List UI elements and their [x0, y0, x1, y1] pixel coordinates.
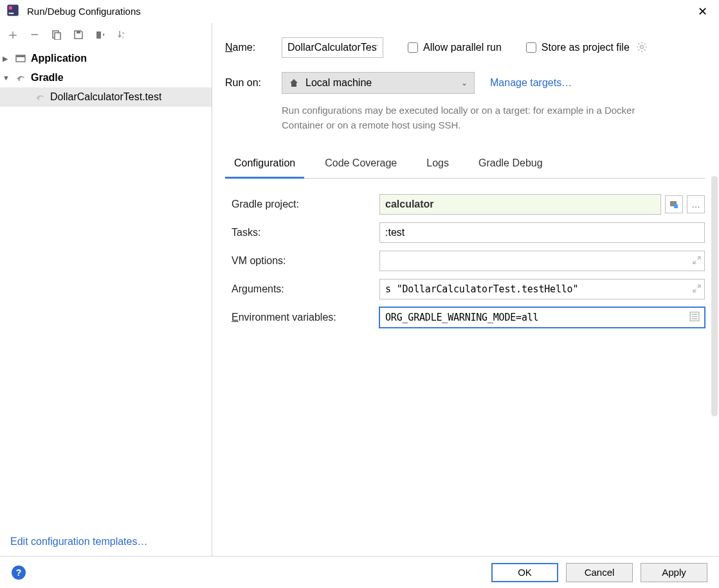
gradle-project-label: Gradle project: [225, 199, 379, 210]
allow-parallel-checkbox[interactable]: Allow parallel run [408, 42, 502, 53]
svg-text:a: a [122, 31, 125, 35]
store-checkbox[interactable]: Store as project file [526, 42, 630, 53]
sort-config-button[interactable]: az [116, 28, 129, 41]
tasks-input[interactable] [379, 222, 705, 243]
arguments-row: Arguments: [225, 275, 705, 303]
name-row: Name: Allow parallel run Store as projec… [225, 37, 705, 58]
env-vars-input[interactable] [379, 307, 705, 328]
remove-config-button[interactable]: − [28, 28, 41, 41]
runon-value: Local machine [305, 77, 372, 89]
env-vars-label: Environment variables: [225, 312, 379, 323]
help-button[interactable]: ? [12, 566, 26, 580]
runon-hint: Run configurations may be executed local… [282, 103, 668, 133]
apply-button[interactable]: Apply [641, 563, 707, 582]
cancel-button[interactable]: Cancel [566, 563, 633, 582]
tree-node-gradle[interactable]: ▼ Gradle [0, 68, 212, 87]
chevron-down-icon: ▼ [3, 74, 12, 82]
tab-code-coverage[interactable]: Code Coverage [316, 151, 406, 178]
expand-icon[interactable] [693, 283, 701, 294]
window-title: Run/Debug Configurations [27, 6, 141, 17]
tree-node-application[interactable]: ▶ Application [0, 49, 212, 68]
gear-icon[interactable] [636, 41, 648, 55]
list-icon[interactable] [689, 311, 700, 323]
edit-config-button[interactable] [94, 28, 107, 41]
tab-bar: Configuration Code Coverage Logs Gradle … [225, 151, 705, 179]
ok-button[interactable]: OK [491, 563, 558, 582]
runon-label: Run on: [225, 77, 282, 89]
config-form: Gradle project: … Tasks: VM options: [225, 190, 705, 332]
arguments-label: Arguments: [225, 283, 379, 295]
tab-configuration[interactable]: Configuration [225, 151, 304, 179]
runon-select[interactable]: Local machine ⌄ [282, 72, 475, 94]
allow-parallel-label: Allow parallel run [423, 42, 502, 53]
tasks-label: Tasks: [225, 227, 379, 238]
svg-rect-12 [674, 204, 678, 208]
gradle-project-input[interactable] [379, 194, 661, 215]
svg-rect-5 [77, 31, 80, 33]
tree-label: Application [31, 53, 87, 64]
edit-templates-link[interactable]: Edit configuration templates… [0, 531, 212, 557]
name-label: Name: [225, 42, 282, 53]
dialog-footer: ? OK Cancel Apply [0, 556, 719, 588]
arguments-input[interactable] [379, 279, 705, 299]
chevron-down-icon: ⌄ [461, 78, 468, 87]
save-config-button[interactable] [72, 28, 85, 41]
application-icon [14, 53, 27, 64]
runon-row: Run on: Local machine ⌄ Manage targets… [225, 72, 705, 94]
vm-options-label: VM options: [225, 255, 379, 267]
footer-buttons: OK Cancel Apply [491, 563, 707, 582]
config-toolbar: ＋ − az [0, 23, 212, 46]
vertical-scrollbar[interactable] [711, 176, 718, 416]
gradle-project-row: Gradle project: … [225, 190, 705, 218]
registered-projects-button[interactable] [665, 195, 683, 213]
title-bar: Run/Debug Configurations ✕ [0, 0, 719, 23]
gradle-icon [33, 92, 46, 102]
svg-point-10 [640, 45, 643, 48]
close-button[interactable]: ✕ [693, 2, 713, 21]
svg-rect-4 [55, 33, 60, 40]
gradle-icon [14, 73, 27, 83]
manage-targets-link[interactable]: Manage targets… [490, 77, 572, 89]
name-input[interactable] [282, 37, 383, 58]
tree-label: DollarCalculatorTest.test [50, 91, 161, 103]
left-panel: ＋ − az ▶ Application [0, 23, 212, 557]
tasks-row: Tasks: [225, 218, 705, 247]
copy-config-button[interactable] [50, 28, 63, 41]
intellij-icon [6, 4, 19, 19]
horizontal-scrollbar[interactable] [0, 515, 174, 526]
chevron-right-icon: ▶ [3, 55, 12, 63]
tree-label: Gradle [31, 72, 64, 84]
vm-options-row: VM options: [225, 247, 705, 275]
config-tree: ▶ Application ▼ Gradle DollarCalculatorT… [0, 46, 212, 515]
svg-text:z: z [122, 35, 124, 39]
tab-logs[interactable]: Logs [417, 151, 458, 178]
tab-gradle-debug[interactable]: Gradle Debug [469, 151, 552, 178]
home-icon [289, 78, 299, 88]
browse-button[interactable]: … [687, 195, 705, 213]
vm-options-input[interactable] [379, 251, 705, 271]
right-panel: Name: Allow parallel run Store as projec… [212, 23, 719, 557]
expand-icon[interactable] [693, 255, 701, 266]
add-config-button[interactable]: ＋ [6, 28, 19, 41]
svg-rect-1 [9, 6, 12, 10]
svg-rect-9 [16, 55, 25, 57]
svg-rect-2 [9, 13, 14, 14]
tree-node-selected[interactable]: DollarCalculatorTest.test [0, 87, 212, 107]
store-label: Store as project file [542, 42, 630, 53]
main-area: ＋ − az ▶ Application [0, 23, 719, 557]
env-vars-row: Environment variables: [225, 303, 705, 332]
